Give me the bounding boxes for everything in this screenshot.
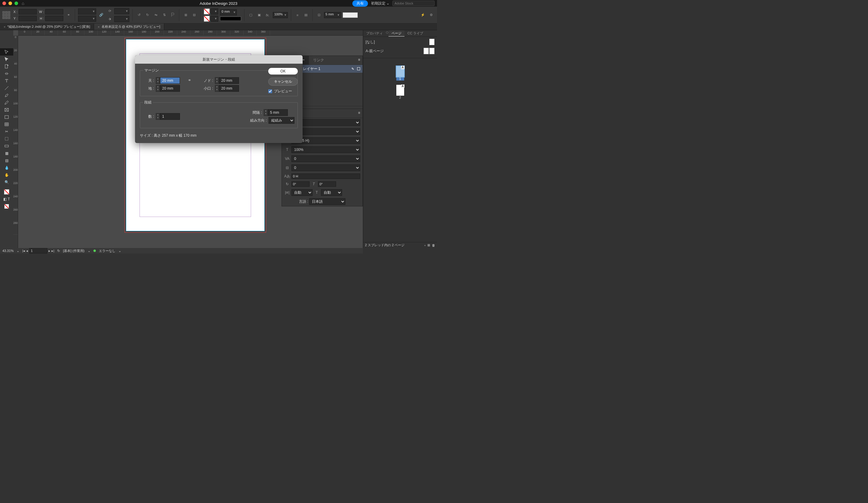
stepper-icon[interactable]: ▴▾: [215, 85, 219, 92]
frame-fit-icon[interactable]: ⊡: [316, 12, 322, 18]
skew-field[interactable]: [291, 181, 310, 187]
scale-y-dropdown[interactable]: [78, 16, 96, 22]
x-position-field[interactable]: [19, 9, 37, 14]
link-margins-icon[interactable]: ⚭: [188, 76, 193, 84]
page-thumb-2[interactable]: A: [396, 85, 404, 95]
writing-direction-dropdown[interactable]: 縦組み: [269, 117, 294, 124]
master-caption[interactable]: [基本] (作業用): [63, 249, 85, 253]
next-page-icon[interactable]: ▸: [49, 249, 50, 253]
rotate-ccw-icon[interactable]: ↺: [136, 12, 142, 18]
fill-stroke-toggle[interactable]: [0, 188, 13, 195]
gutter-field[interactable]: [268, 109, 288, 116]
document-tab[interactable]: ×*縦組みindesign２.indd @ 25% [GPU プレビュー] [変…: [0, 23, 94, 30]
stroke-dropdown[interactable]: [211, 16, 218, 22]
stepper-icon[interactable]: ▴▾: [156, 85, 160, 92]
kerning-dropdown[interactable]: 0: [291, 155, 360, 162]
constrain-icon[interactable]: ⚭: [65, 12, 72, 18]
stroke-swatch[interactable]: [204, 16, 210, 22]
text-wrap-icon-2[interactable]: ▣: [256, 12, 262, 18]
panel-menu-icon[interactable]: ≡: [355, 109, 363, 118]
scale-x-dropdown[interactable]: [78, 9, 96, 14]
column-count-field[interactable]: [160, 113, 180, 120]
close-window-button[interactable]: [2, 1, 6, 5]
zoom-tool[interactable]: 🔍: [0, 179, 13, 186]
page-thumb-1[interactable]: A: [396, 66, 404, 77]
zoom-level[interactable]: 43.31%: [2, 249, 13, 253]
last-page-icon[interactable]: ▸|: [52, 249, 54, 253]
v-aki-field[interactable]: [291, 173, 360, 179]
lightning-icon[interactable]: ⚡: [420, 12, 426, 18]
stroke-style-dropdown[interactable]: [220, 17, 241, 21]
zoom-window-button[interactable]: [14, 1, 18, 5]
grid-tool[interactable]: [0, 121, 13, 128]
eyedropper-tool[interactable]: 💧: [0, 164, 13, 171]
close-tab-icon[interactable]: ×: [98, 25, 100, 29]
stepper-icon[interactable]: ▴▾: [156, 77, 160, 84]
minimize-window-button[interactable]: [8, 1, 12, 5]
y-position-field[interactable]: [19, 16, 37, 21]
selection-tool[interactable]: [0, 48, 13, 56]
master-none-row[interactable]: [なし]: [365, 39, 435, 45]
pencil-tool[interactable]: [0, 99, 13, 106]
adobe-stock-search-input[interactable]: [392, 1, 435, 6]
scissors-tool[interactable]: ✂: [0, 128, 13, 135]
delete-page-icon[interactable]: 🗑: [432, 243, 435, 247]
flip-v-icon[interactable]: ⇅: [161, 12, 167, 18]
panel-menu-icon[interactable]: ⚙: [428, 12, 435, 18]
page-number-field[interactable]: [29, 248, 47, 253]
height-field[interactable]: [45, 16, 63, 21]
cancel-button[interactable]: キャンセル: [268, 78, 298, 86]
fx-icon[interactable]: fx.: [264, 12, 271, 18]
master-parent-row[interactable]: A-親ページ: [365, 48, 435, 54]
width-field[interactable]: [45, 9, 63, 14]
align-panel-icon-2[interactable]: ▤: [302, 12, 309, 18]
rotate-field[interactable]: [318, 181, 336, 187]
rotate-cw-icon[interactable]: ↻: [144, 12, 151, 18]
language-dropdown[interactable]: 日本語: [309, 198, 345, 205]
flip-h-icon[interactable]: ⇋: [153, 12, 159, 18]
ok-button[interactable]: OK: [268, 68, 298, 74]
kinsoku-dropdown[interactable]: 自動: [291, 189, 312, 196]
home-icon[interactable]: ⌂: [22, 1, 24, 6]
shear-dropdown[interactable]: [114, 16, 129, 22]
gradient-feather-tool[interactable]: ▦: [0, 150, 13, 157]
page-options-icon[interactable]: ▫: [424, 243, 426, 247]
panel-menu-icon[interactable]: ≡: [355, 56, 363, 64]
link-icon[interactable]: 🔗: [98, 12, 105, 18]
links-tab[interactable]: リンク: [309, 56, 328, 64]
fill-swatch[interactable]: [204, 9, 210, 14]
stepper-icon[interactable]: ▴▾: [215, 77, 219, 84]
zoom-menu-icon[interactable]: ⌄: [17, 249, 19, 253]
properties-tab[interactable]: プロパティ: [363, 30, 386, 37]
swatch-preview[interactable]: [343, 12, 358, 18]
type-tool[interactable]: [0, 77, 13, 84]
preflight-text[interactable]: エラーなし: [99, 249, 115, 253]
color-apply-toggle[interactable]: ◧ T: [0, 195, 13, 203]
rotate-dropdown[interactable]: [114, 8, 129, 14]
hand-tool[interactable]: ✋: [0, 171, 13, 179]
gap-tool[interactable]: [0, 70, 13, 77]
share-button[interactable]: 共有: [352, 0, 368, 7]
align-icon-1[interactable]: ⊞: [182, 12, 189, 18]
stepper-icon[interactable]: ▴▾: [264, 109, 268, 116]
margin-bottom-field[interactable]: [160, 85, 180, 92]
pen-tool[interactable]: [0, 92, 13, 99]
first-page-icon[interactable]: |◂: [22, 249, 25, 253]
selection-square-icon[interactable]: [357, 67, 360, 70]
tracking-dropdown[interactable]: 0: [291, 164, 360, 171]
direct-selection-tool[interactable]: [0, 56, 13, 63]
margin-top-field[interactable]: [160, 77, 180, 84]
mojikumi-dropdown[interactable]: 自動: [321, 189, 342, 196]
pages-tab[interactable]: ページ: [389, 30, 404, 37]
align-panel-icon-1[interactable]: ≡: [294, 12, 301, 18]
h-scale-dropdown[interactable]: 100%: [291, 146, 360, 153]
workspace-preset-dropdown[interactable]: 初期設定 ⌄: [371, 1, 389, 6]
fill-dropdown[interactable]: [211, 9, 218, 14]
reference-point-grid[interactable]: [2, 11, 10, 19]
prev-page-icon[interactable]: ◂: [26, 249, 28, 253]
open-icon[interactable]: ↻: [57, 249, 60, 253]
line-tool[interactable]: [0, 84, 13, 92]
preview-checkbox[interactable]: プレビュー: [268, 89, 298, 94]
cc-libraries-tab[interactable]: CC ライブ: [404, 30, 426, 37]
align-icon-2[interactable]: ⊟: [191, 12, 197, 18]
